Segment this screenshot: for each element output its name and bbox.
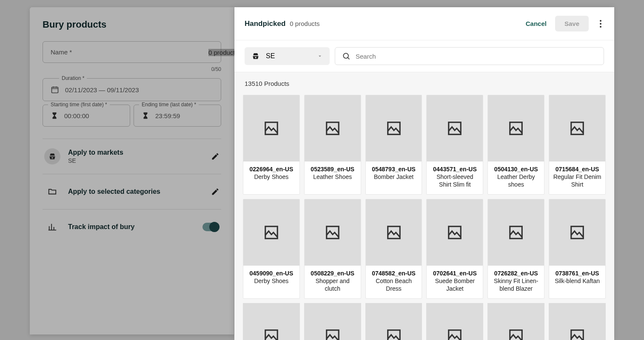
product-info: 0443571_en-USShort-sleeved Shirt Slim fi… [427,162,483,194]
product-card[interactable]: 0504130_en-USLeather Derby shoes [487,95,544,195]
product-card[interactable] [549,303,606,340]
product-card[interactable]: 0748582_en-USCotton Beach Dress [365,199,422,299]
product-info: 0702641_en-USSuede Bomber Jacket [427,266,483,298]
end-time-value: 23:59:59 [155,112,180,119]
apply-categories-row: Apply to selected categories [43,174,221,209]
product-sku: 0504130_en-US [491,166,541,173]
product-sku: 0443571_en-US [430,166,479,173]
name-char-counter: 0/50 [43,66,221,72]
product-thumbnail [427,199,483,266]
product-thumbnail [488,199,544,266]
duration-value: 02/11/2023 — 09/11/2023 [65,86,139,94]
product-card[interactable]: 0443571_en-USShort-sleeved Shirt Slim fi… [426,95,483,195]
product-name: Derby Shoes [247,278,296,285]
product-card[interactable]: 0523589_en-USLeather Shoes [304,95,361,195]
product-name: Cotton Beach Dress [369,278,419,292]
handpicked-controls: SE [234,40,614,72]
product-thumbnail [366,199,422,266]
product-sku: 0508229_en-US [308,270,357,277]
product-thumbnail [426,303,483,340]
product-info: 0738761_en-USSilk-blend Kaftan [549,266,605,291]
product-info: 0726282_en-USSkinny Fit Linen-blend Blaz… [488,266,544,298]
product-card[interactable]: 0702641_en-USSuede Bomber Jacket [426,199,483,299]
product-name: Leather Shoes [308,173,357,181]
categories-title: Apply to selected categories [68,188,203,196]
hourglass-icon [142,112,149,119]
product-sku: 0226964_en-US [247,166,296,173]
product-info: 0548793_en-USBomber Jacket [366,162,422,187]
edit-icon[interactable] [211,152,219,161]
product-name: Derby Shoes [247,173,296,181]
product-card[interactable]: 0459090_en-USDerby Shoes [243,199,300,299]
name-field[interactable]: Name * [43,41,221,63]
product-name: Silk-blend Kaftan [553,278,602,285]
basket-icon [44,148,60,164]
start-time-value: 00:00:00 [64,112,89,119]
product-name: Regular Fit Denim Shirt [553,173,602,188]
product-card[interactable]: 0508229_en-USShopper and clutch [304,199,361,299]
markets-title: Apply to markets [68,149,203,156]
search-icon [342,52,350,60]
product-card[interactable]: 0738761_en-USSilk-blend Kaftan [549,199,606,299]
market-value: SE [266,52,275,60]
product-grid: 0226964_en-USDerby Shoes0523589_en-USLea… [243,95,606,340]
product-card[interactable] [426,303,483,340]
product-card[interactable] [487,303,544,340]
product-sku: 0726282_en-US [491,270,541,277]
product-thumbnail [305,95,361,162]
product-info: 0226964_en-USDerby Shoes [243,162,299,187]
product-thumbnail [487,303,544,340]
product-thumbnail [305,199,361,266]
handpicked-title: Handpicked [245,20,285,28]
start-time-field[interactable]: Starting time (first date) * 00:00:00 [43,105,130,127]
product-thumbnail [549,199,605,266]
product-sku: 0702641_en-US [430,270,479,277]
product-name: Shopper and clutch [308,278,357,292]
product-card[interactable]: 0226964_en-USDerby Shoes [243,95,300,195]
product-card[interactable]: 0726282_en-USSkinny Fit Linen-blend Blaz… [487,199,544,299]
market-select[interactable]: SE [245,47,330,65]
search-input[interactable] [356,53,597,60]
end-time-field[interactable]: Ending time (last date) * 23:59:59 [134,105,221,127]
cancel-button[interactable]: Cancel [526,20,547,27]
product-name: Bomber Jacket [369,173,419,181]
product-name: Suede Bomber Jacket [430,278,479,292]
name-placeholder: Name * [51,48,72,56]
track-impact-row: Track impact of bury [43,209,221,244]
calendar-icon [51,85,59,94]
product-info: 0523589_en-USLeather Shoes [305,162,361,187]
product-info: 0715684_en-USRegular Fit Denim Shirt [549,162,605,194]
product-card[interactable]: 0715684_en-USRegular Fit Denim Shirt [549,95,606,195]
markets-value: SE [68,157,203,164]
product-thumbnail [243,199,299,266]
product-thumbnail [304,303,361,340]
save-button[interactable]: Save [555,16,589,31]
edit-icon[interactable] [211,187,219,196]
product-info: 0748582_en-USCotton Beach Dress [366,266,422,298]
product-thumbnail [243,95,299,162]
product-sku: 0715684_en-US [553,166,602,173]
bury-products-panel: Bury products Name * 0/50 Duration * 02/… [30,7,234,334]
product-card[interactable] [365,303,422,340]
product-name: Short-sleeved Shirt Slim fit [430,173,479,188]
more-menu-button[interactable] [597,17,604,30]
hourglass-icon [51,112,58,119]
search-box[interactable] [335,47,604,65]
product-info: 0508229_en-USShopper and clutch [305,266,361,298]
apply-markets-row: Apply to markets SE [43,139,221,174]
svg-point-1 [343,53,348,58]
products-scroll-area[interactable]: 13510 Products 0226964_en-USDerby Shoes0… [234,72,614,340]
product-info: 0459090_en-USDerby Shoes [243,266,299,291]
product-card[interactable]: 0548793_en-USBomber Jacket [365,95,422,195]
product-card[interactable] [243,303,300,340]
product-sku: 0523589_en-US [308,166,357,173]
chevron-down-icon [317,53,323,59]
product-thumbnail [549,95,605,162]
handpicked-count: 0 products [290,20,319,27]
start-time-label: Starting time (first date) * [48,102,110,108]
duration-field[interactable]: Duration * 02/11/2023 — 09/11/2023 [43,78,221,101]
product-thumbnail [427,95,483,162]
duration-label: Duration * [59,75,87,81]
product-card[interactable] [304,303,361,340]
track-toggle[interactable] [202,223,219,231]
